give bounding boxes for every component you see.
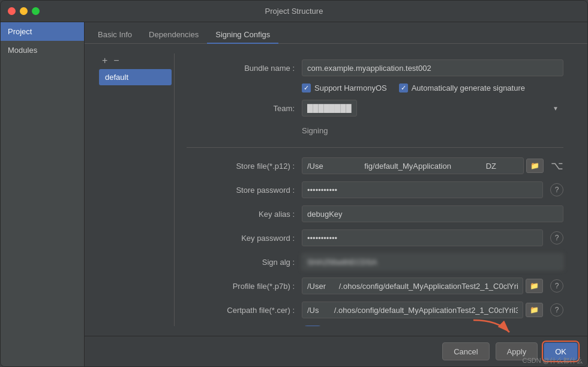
tab-basic-info[interactable]: Basic Info — [89, 26, 140, 44]
sign-alg-input[interactable] — [302, 253, 563, 270]
checkboxes-row: Support HarmonyOS Automatically generate… — [302, 83, 563, 93]
tab-dependencies[interactable]: Dependencies — [140, 26, 207, 44]
auto-sign-checkbox-box — [399, 83, 408, 93]
certpath-file-input[interactable] — [302, 302, 523, 318]
key-password-input[interactable] — [302, 229, 543, 246]
apply-button[interactable]: Apply — [496, 342, 538, 360]
sign-alg-label: Sign alg : — [187, 258, 295, 267]
certpath-file-input-wrap: 📁 — [302, 302, 543, 318]
certpath-file-label: Certpath file(*.cer) : — [187, 306, 295, 315]
support-harmony-label: Support HarmonyOS — [314, 83, 387, 93]
store-password-input[interactable] — [302, 181, 543, 198]
sidebar: Project Modules — [1, 22, 85, 366]
window-controls[interactable] — [8, 7, 40, 15]
team-row: Team: ████████ — [187, 100, 563, 117]
store-file-label: Store file(*.p12) : — [187, 162, 295, 171]
store-file-browse-button[interactable]: 📁 — [526, 159, 544, 173]
bundle-name-input-wrap — [302, 59, 563, 76]
store-password-row: Store password : ? — [187, 181, 563, 198]
add-config-button[interactable]: + — [100, 56, 109, 65]
team-label: Team: — [187, 104, 295, 113]
store-password-label: Store password : — [187, 186, 295, 195]
bundle-name-input[interactable] — [302, 59, 563, 76]
configs-list: + − default — [97, 53, 175, 326]
profile-file-row: Profile file(*.p7b) : 📁 ? — [187, 278, 563, 294]
tab-signing-configs[interactable]: Signing Configs — [207, 26, 278, 44]
titlebar: Project Structure — [1, 1, 587, 22]
minimize-button[interactable] — [20, 7, 28, 15]
certpath-file-row: Certpath file(*.cer) : 📁 ? — [187, 302, 563, 318]
sidebar-item-modules[interactable]: Modules — [1, 41, 84, 59]
profile-file-input-wrap: 📁 — [302, 278, 543, 294]
configs-panel: + − default Bundle name : — [97, 53, 575, 326]
right-panel: Basic Info Dependencies Signing Configs … — [85, 22, 587, 366]
config-details: Bundle name : Support HarmonyOS — [175, 53, 575, 326]
maximize-button[interactable] — [32, 7, 40, 15]
sidebar-item-project[interactable]: Project — [1, 22, 84, 41]
sign-alg-input-wrap — [302, 253, 563, 270]
tab-bar: Basic Info Dependencies Signing Configs — [85, 22, 587, 44]
bottom-bar: Cancel Apply OK — [85, 336, 587, 366]
team-select[interactable]: ████████ — [302, 100, 357, 117]
configs-list-toolbar: + − — [97, 53, 174, 68]
bundle-name-label: Bundle name : — [187, 64, 295, 73]
remove-config-button[interactable]: − — [112, 56, 121, 65]
key-alias-row: Key alias : — [187, 205, 563, 222]
config-item-default[interactable]: default — [99, 69, 172, 85]
main-content: Project Modules Basic Info Dependencies … — [1, 22, 587, 366]
store-password-input-wrap — [302, 181, 543, 198]
window-title: Project Structure — [265, 7, 323, 16]
key-password-input-wrap — [302, 229, 543, 246]
fingerprint-icon[interactable]: ⌥ — [551, 159, 563, 172]
key-password-label: Key password : — [187, 234, 295, 243]
certpath-file-browse-button[interactable]: 📁 — [526, 303, 543, 317]
profile-file-browse-button[interactable]: 📁 — [526, 279, 543, 293]
key-password-help-icon[interactable]: ? — [550, 231, 563, 244]
store-password-help-icon[interactable]: ? — [550, 183, 563, 196]
show-restricted-toggle[interactable] — [302, 326, 323, 326]
certpath-file-help-icon[interactable]: ? — [550, 303, 563, 317]
key-alias-label: Key alias : — [187, 210, 295, 219]
bundle-name-row: Bundle name : — [187, 59, 563, 76]
key-alias-input-wrap — [302, 205, 563, 222]
support-harmony-checkbox-box — [302, 83, 311, 93]
store-file-input-wrap: 📁 — [302, 157, 544, 174]
signing-divider — [187, 147, 563, 148]
content-area: + − default Bundle name : — [85, 44, 587, 336]
profile-file-help-icon[interactable]: ? — [550, 279, 563, 293]
support-harmony-checkbox[interactable]: Support HarmonyOS — [302, 83, 387, 93]
signing-section-label: Signing — [302, 126, 328, 135]
auto-sign-label: Automatically generate signature — [412, 83, 525, 93]
ok-button[interactable]: OK — [544, 342, 578, 360]
auto-sign-checkbox[interactable]: Automatically generate signature — [399, 83, 525, 93]
cancel-button[interactable]: Cancel — [442, 342, 489, 360]
store-file-row: Store file(*.p12) : 📁 ⌥ — [187, 157, 563, 174]
signing-section-row: Signing — [187, 126, 563, 138]
sign-alg-row: Sign alg : — [187, 253, 563, 270]
profile-file-input[interactable] — [302, 278, 523, 294]
profile-file-label: Profile file(*.p7b) : — [187, 282, 295, 291]
store-file-input[interactable] — [302, 157, 524, 174]
team-select-wrap: ████████ — [302, 100, 563, 117]
key-alias-input[interactable] — [302, 205, 563, 222]
key-password-row: Key password : ? — [187, 229, 563, 246]
close-button[interactable] — [8, 7, 16, 15]
show-restricted-row: Show restricted permissions — [187, 326, 563, 326]
